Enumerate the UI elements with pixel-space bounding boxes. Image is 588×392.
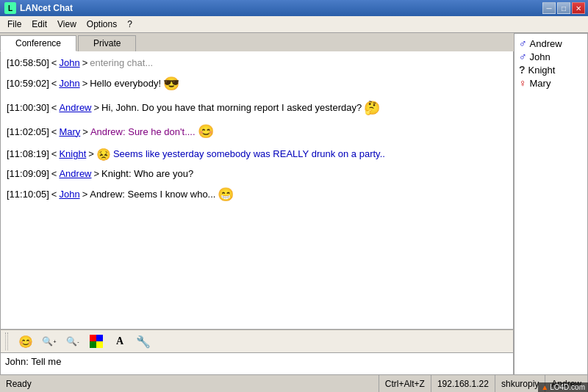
timestamp: [10:59:02]: [7, 76, 49, 92]
toolbar-handle: [5, 333, 8, 350]
bracket-close: >: [82, 124, 88, 140]
tab-private[interactable]: Private: [78, 35, 136, 51]
timestamp: [11:02:05]: [7, 124, 49, 140]
message-text: Andrew: Seems I know who...: [90, 186, 215, 203]
menu-bar: File Edit View Options ?: [0, 16, 588, 33]
maximize-button[interactable]: □: [557, 2, 570, 14]
zoom-out-button[interactable]: 🔍-: [64, 333, 82, 350]
status-text: Ready: [6, 379, 32, 389]
timestamp: [11:00:30]: [7, 100, 49, 116]
svg-rect-2: [90, 341, 96, 348]
user-entry-knight[interactable]: ? Knight: [517, 63, 584, 76]
users-panel: ♂ Andrew ♂ John ? Knight ♀ Mary: [514, 33, 588, 375]
user-name-john: John: [530, 51, 551, 62]
bracket-close: >: [94, 166, 100, 182]
bracket-open: <: [51, 166, 57, 182]
bracket-close: >: [94, 100, 100, 116]
window-title: LANcet Chat: [20, 3, 73, 13]
user-link[interactable]: John: [59, 186, 79, 203]
bracket-open: <: [51, 146, 57, 162]
user-link[interactable]: Mary: [59, 124, 80, 140]
title-buttons: ─ □ ✕: [542, 2, 585, 14]
message-text: entering chat...: [90, 55, 153, 71]
user-entry-john[interactable]: ♂ John: [517, 50, 584, 63]
watermark-text: LO4D.com: [550, 383, 585, 391]
ip-text: 192.168.1.22: [437, 379, 489, 389]
user-link[interactable]: John: [59, 55, 79, 71]
chat-area: Conference Private [10:58:50] <John> ent…: [0, 33, 514, 375]
emoji-icon: 😊: [198, 120, 214, 143]
status-shortcut: Ctrl+Alt+Z: [379, 375, 431, 392]
watermark-logo: ▲: [541, 383, 548, 391]
message-text: Hi, John. Do you have that morning repor…: [101, 100, 362, 116]
minimize-button[interactable]: ─: [542, 2, 556, 14]
close-button[interactable]: ✕: [572, 2, 585, 14]
emoji-icon: 😎: [163, 73, 179, 95]
message-text: Hello everybody!: [90, 76, 161, 92]
message-text: Seems like yesterday somebody was REALLY…: [113, 146, 385, 162]
menu-view[interactable]: View: [53, 18, 81, 31]
gender-icon-john: ♂: [519, 51, 527, 62]
user-name-andrew: Andrew: [530, 38, 562, 49]
bracket-open: <: [51, 55, 57, 71]
gender-icon-knight: ?: [519, 64, 526, 76]
emoji-icon: 🤔: [364, 97, 380, 120]
username-text: shkuropiy: [501, 379, 539, 389]
status-bar: Ready Ctrl+Alt+Z 192.168.1.22 shkuropiy …: [0, 374, 588, 392]
user-link[interactable]: Knight: [59, 146, 86, 162]
status-ready: Ready: [0, 375, 379, 392]
svg-rect-0: [90, 335, 96, 341]
user-link[interactable]: Andrew: [59, 100, 91, 116]
font-button[interactable]: A: [111, 333, 129, 350]
gender-icon-mary: ♀: [519, 77, 527, 89]
tabs: Conference Private: [0, 33, 514, 51]
bracket-open: <: [51, 186, 57, 203]
title-bar: L LANcet Chat ─ □ ✕: [0, 0, 588, 16]
timestamp: [11:09:09]: [7, 166, 49, 182]
message-row: [10:59:02] <John> Hello everybody! 😎: [7, 73, 507, 95]
user-link[interactable]: Andrew: [59, 166, 91, 182]
message-text: Knight: Who are you?: [101, 166, 193, 182]
color-button[interactable]: [87, 333, 105, 350]
message-row: [11:09:09] <Andrew> Knight: Who are you?: [7, 166, 507, 182]
bracket-close: >: [82, 76, 88, 92]
message-text: Andrew: Sure he don't....: [90, 124, 196, 140]
menu-edit[interactable]: Edit: [27, 18, 51, 31]
bracket-close: >: [88, 146, 94, 162]
chat-messages: [10:58:50] <John> entering chat... [10:5…: [0, 51, 514, 330]
user-name-knight: Knight: [528, 65, 556, 76]
message-row: [11:08:19] <Knight> 😣 Seems like yesterd…: [7, 145, 507, 164]
user-link[interactable]: John: [59, 76, 79, 92]
watermark: ▲ LO4D.com: [538, 382, 588, 392]
timestamp: [11:10:05]: [7, 186, 49, 203]
emoji-icon: 😣: [96, 145, 111, 164]
settings-button[interactable]: 🔧: [135, 333, 152, 350]
title-bar-left: L LANcet Chat: [4, 2, 73, 14]
input-text: John: Tell me: [5, 356, 61, 367]
app-icon: L: [4, 2, 16, 14]
menu-help[interactable]: ?: [123, 18, 137, 31]
bracket-open: <: [51, 124, 57, 140]
emoji-icon: 😁: [218, 184, 234, 206]
zoom-in-button[interactable]: 🔍+: [40, 333, 58, 350]
menu-options[interactable]: Options: [82, 18, 121, 31]
message-row: [10:58:50] <John> entering chat...: [7, 55, 507, 71]
status-ip: 192.168.1.22: [431, 375, 495, 392]
user-name-mary: Mary: [530, 78, 551, 89]
bracket-open: <: [51, 76, 57, 92]
bracket-close: >: [82, 55, 88, 71]
message-row: [11:10:05] <John> Andrew: Seems I know w…: [7, 184, 507, 206]
bracket-open: <: [51, 100, 57, 116]
bracket-close: >: [82, 186, 88, 203]
main-container: Conference Private [10:58:50] <John> ent…: [0, 33, 588, 375]
gender-icon-andrew: ♂: [519, 37, 527, 49]
menu-file[interactable]: File: [3, 18, 26, 31]
user-entry-andrew[interactable]: ♂ Andrew: [517, 37, 584, 50]
input-area[interactable]: John: Tell me: [0, 353, 514, 375]
user-entry-mary[interactable]: ♀ Mary: [517, 76, 584, 90]
timestamp: [10:58:50]: [7, 55, 49, 71]
tab-conference[interactable]: Conference: [0, 35, 76, 51]
svg-rect-1: [96, 335, 103, 341]
smiley-button[interactable]: 😊: [17, 333, 35, 350]
svg-rect-3: [96, 341, 103, 348]
